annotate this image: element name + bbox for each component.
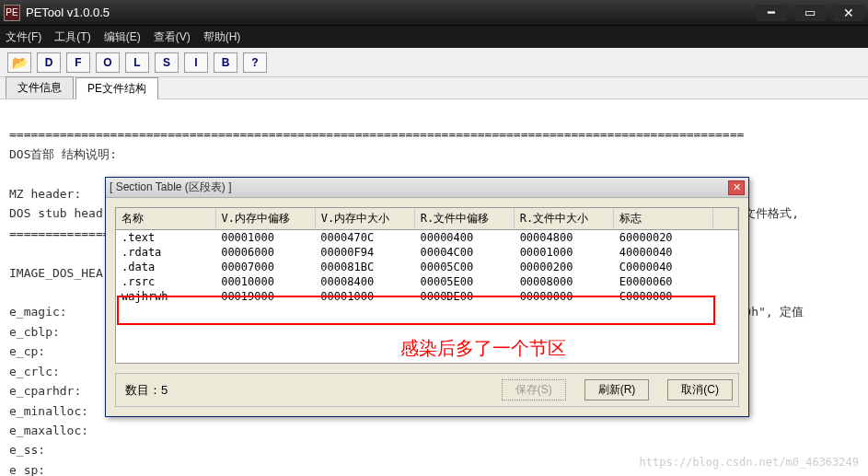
menu-tool[interactable]: 工具(T): [54, 29, 90, 45]
dialog-body: 名称 V.内存中偏移 V.内存中大小 R.文件中偏移 R.文件中大小 标志 .t…: [106, 198, 748, 416]
content-line: e_cblp:: [9, 325, 60, 339]
table-row[interactable]: .data 00007000 000081BC 00005C00 0000020…: [116, 260, 738, 274]
cell-vsize: 0000470C: [315, 230, 414, 245]
content-line: e_magic:: [9, 305, 67, 319]
dialog-title: [ Section Table (区段表) ]: [110, 180, 728, 195]
menu-file[interactable]: 文件(F): [6, 29, 41, 45]
cell-vaddr: 00006000: [215, 245, 315, 260]
col-scroll: [712, 208, 737, 230]
content-line: MZ header:: [9, 187, 81, 201]
menu-bar: 文件(F) 工具(T) 编辑(E) 查看(V) 帮助(H): [0, 26, 868, 48]
menu-help[interactable]: 帮助(H): [203, 29, 241, 45]
content-line: e_minalloc:: [9, 404, 88, 418]
content-line: DOS stub head: [9, 206, 103, 220]
watermark-text: https://blog.csdn.net/m0_46363249: [640, 454, 859, 472]
cell-vaddr: 00007000: [215, 260, 315, 274]
cell-raddr: 00004C00: [414, 245, 514, 260]
menu-view[interactable]: 查看(V): [154, 29, 191, 45]
dialog-titlebar[interactable]: [ Section Table (区段表) ] ✕: [106, 178, 748, 198]
cell-flags: C0000040: [614, 260, 713, 274]
col-flags[interactable]: 标志: [613, 208, 712, 230]
section-table-dialog: [ Section Table (区段表) ] ✕ 名称 V.内存中偏移 V.内…: [105, 177, 749, 417]
toolbar: 📂 D F O L S I B ?: [0, 48, 868, 77]
content-line: DOS首部 结构说明:: [9, 147, 117, 161]
dialog-close-button[interactable]: ✕: [728, 180, 745, 195]
cell-name: .rdata: [116, 245, 215, 260]
toolbar-d-button[interactable]: D: [37, 52, 61, 73]
cell-name: .rsrc: [116, 274, 215, 289]
col-raddr[interactable]: R.文件中偏移: [414, 208, 514, 230]
cell-vaddr: 00001000: [215, 230, 315, 245]
cell-vaddr: 00019000: [215, 289, 315, 304]
toolbar-o-button[interactable]: O: [96, 52, 120, 73]
section-count: 数目：5: [125, 382, 168, 399]
window-controls: ━ ▭ ✕: [756, 5, 864, 21]
cancel-button[interactable]: 取消(C): [667, 379, 733, 401]
content-line: ========================================…: [9, 127, 744, 141]
content-line: e_ss:: [9, 443, 45, 457]
open-file-button[interactable]: 📂: [7, 52, 31, 73]
content-line: e_cparhdr:: [9, 384, 81, 398]
cell-flags: E0000060: [614, 274, 713, 289]
cell-raddr: 00005C00: [414, 260, 514, 274]
table-row[interactable]: .rdata 00006000 00000F94 00004C00 000010…: [116, 245, 738, 260]
cell-flags: C0000000: [614, 289, 713, 304]
menu-edit[interactable]: 编辑(E): [104, 29, 141, 45]
minimize-button[interactable]: ━: [756, 5, 787, 21]
save-button: 保存(S): [502, 379, 566, 401]
cell-name: wajhrwh: [116, 289, 215, 304]
cell-rsize: 00000200: [515, 260, 614, 274]
toolbar-help-button[interactable]: ?: [243, 52, 267, 73]
section-table[interactable]: 名称 V.内存中偏移 V.内存中大小 R.文件中偏移 R.文件中大小 标志 .t…: [115, 207, 739, 364]
cell-flags: 40000040: [614, 245, 713, 260]
tab-file-info[interactable]: 文件信息: [6, 76, 74, 99]
content-line: e_maxalloc:: [9, 424, 88, 437]
cell-vsize: 00000F94: [315, 245, 414, 260]
table-row[interactable]: wajhrwh 00019000 00001000 0000DE00 00000…: [116, 289, 738, 304]
col-vsize[interactable]: V.内存中大小: [315, 208, 414, 230]
cell-vsize: 000081BC: [315, 260, 414, 274]
dialog-footer: 数目：5 保存(S) 刷新(R) 取消(C): [115, 373, 739, 407]
cell-raddr: 00000400: [414, 230, 514, 245]
toolbar-s-button[interactable]: S: [155, 52, 179, 73]
col-rsize[interactable]: R.文件中大小: [514, 208, 613, 230]
refresh-button[interactable]: 刷新(R): [584, 379, 650, 401]
table-row[interactable]: .text 00001000 0000470C 00000400 0000480…: [116, 230, 738, 245]
content-line: e_sp:: [9, 463, 45, 476]
cell-vsize: 00001000: [315, 289, 414, 304]
close-button[interactable]: ✕: [833, 5, 864, 21]
cell-rsize: 00004800: [515, 230, 614, 245]
window-title: PETool v1.0.0.5: [26, 6, 756, 19]
col-vaddr[interactable]: V.内存中偏移: [215, 208, 315, 230]
tab-pe-struct[interactable]: PE文件结构: [75, 77, 158, 99]
window-titlebar: PE PETool v1.0.0.5 ━ ▭ ✕: [0, 0, 868, 26]
toolbar-l-button[interactable]: L: [125, 52, 149, 73]
cell-raddr: 00005E00: [414, 274, 514, 289]
col-name[interactable]: 名称: [116, 208, 215, 230]
content-line: e_crlc:: [9, 365, 60, 378]
toolbar-f-button[interactable]: F: [66, 52, 90, 73]
cell-name: .text: [116, 230, 215, 245]
cell-vaddr: 00010000: [215, 274, 315, 289]
table-row[interactable]: .rsrc 00010000 00008400 00005E00 0000800…: [116, 274, 738, 289]
cell-rsize: 00008000: [515, 274, 614, 289]
maximize-button[interactable]: ▭: [794, 5, 826, 21]
app-icon: PE: [4, 5, 20, 21]
content-line: e_cp:: [9, 344, 45, 358]
cell-flags: 60000020: [614, 230, 713, 245]
toolbar-i-button[interactable]: I: [184, 52, 208, 73]
cell-rsize: 00001000: [515, 245, 614, 260]
cell-rsize: 00000000: [515, 289, 614, 304]
toolbar-b-button[interactable]: B: [214, 52, 237, 73]
tab-bar: 文件信息 PE文件结构: [0, 77, 868, 99]
cell-vsize: 00008400: [315, 274, 414, 289]
cell-raddr: 0000DE00: [414, 289, 514, 304]
content-line: IMAGE_DOS_HEA: [9, 266, 103, 280]
cell-name: .data: [116, 260, 215, 274]
